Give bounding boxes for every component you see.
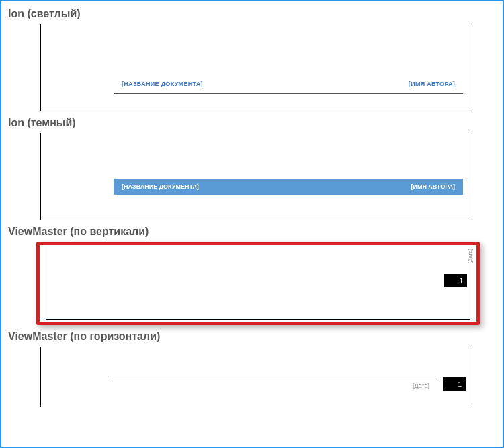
document-title-placeholder: [НАЗВАНИЕ ДОКУМЕНТА] bbox=[122, 183, 199, 190]
date-placeholder: [Дата] bbox=[413, 382, 429, 389]
selection-highlight bbox=[36, 242, 480, 325]
template-item-viewmaster-horizontal[interactable]: ViewMaster (по горизонтали) [Дата] 1 bbox=[8, 330, 496, 407]
divider-line bbox=[108, 377, 436, 377]
template-preview-viewmaster-horizontal: [Дата] 1 bbox=[40, 347, 470, 407]
page-number-badge: 1 bbox=[443, 377, 466, 391]
template-item-ion-dark[interactable]: Ion (темный) [НАЗВАНИЕ ДОКУМЕНТА] [ИМЯ А… bbox=[8, 117, 496, 220]
template-item-viewmaster-vertical[interactable]: ViewMaster (по вертикали) [Дата] 1 bbox=[8, 226, 496, 325]
document-title-placeholder: [НАЗВАНИЕ ДОКУМЕНТА] bbox=[122, 81, 203, 87]
footer-bar: [НАЗВАНИЕ ДОКУМЕНТА] [ИМЯ АВТОРА] bbox=[114, 179, 463, 195]
author-name-placeholder: [ИМЯ АВТОРА] bbox=[411, 183, 455, 190]
template-label: ViewMaster (по горизонтали) bbox=[8, 330, 496, 343]
template-label: Ion (темный) bbox=[8, 117, 496, 129]
footer-bar: [НАЗВАНИЕ ДОКУМЕНТА] [ИМЯ АВТОРА] bbox=[114, 77, 463, 91]
author-name-placeholder: [ИМЯ АВТОРА] bbox=[409, 81, 455, 87]
template-preview-ion-light: [НАЗВАНИЕ ДОКУМЕНТА] [ИМЯ АВТОРА] bbox=[40, 24, 470, 111]
template-item-ion-light[interactable]: Ion (светлый) [НАЗВАНИЕ ДОКУМЕНТА] [ИМЯ … bbox=[8, 8, 496, 111]
template-preview-ion-dark: [НАЗВАНИЕ ДОКУМЕНТА] [ИМЯ АВТОРА] bbox=[40, 133, 470, 220]
template-label: Ion (светлый) bbox=[8, 8, 496, 20]
template-label: ViewMaster (по вертикали) bbox=[8, 226, 496, 238]
